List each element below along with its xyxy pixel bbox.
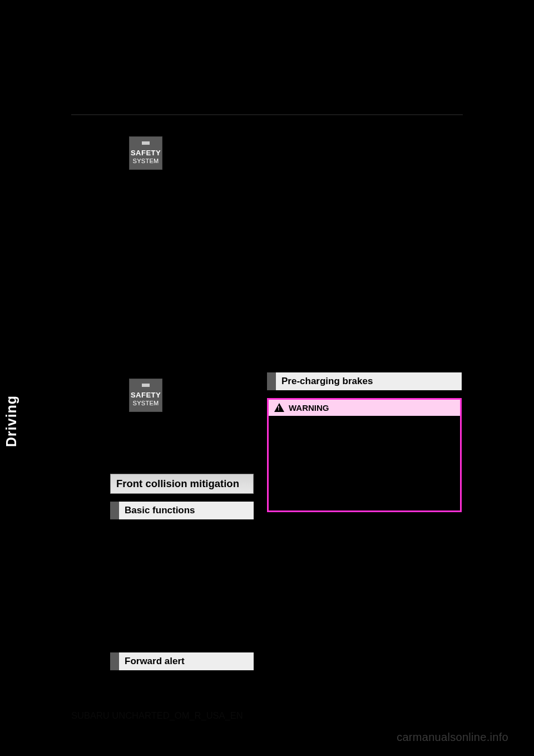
left-column: The SAFETY SYSTEM switch indicator turns…: [110, 136, 254, 756]
bullet-dot: ●: [110, 305, 116, 318]
left-block-2: The SAFETY SYSTEM switch indicator illum…: [110, 379, 254, 465]
subheader-label: Pre-charging brakes: [276, 372, 462, 390]
subheader-chip: [110, 502, 119, 519]
header-rule: [71, 114, 463, 115]
left-after-sub1: Intended to support safe driving, if the…: [110, 525, 254, 644]
bullet-text: Depending on the system operating condit…: [278, 245, 462, 364]
subheader-label: Forward alert: [119, 652, 254, 670]
warning-body: ● In certain situations, the system may …: [269, 416, 460, 510]
subheader-forward-alert: Forward alert: [110, 652, 254, 670]
right-column: If the front wheels and steering wheel o…: [267, 127, 462, 512]
bullet-dot: ●: [276, 421, 282, 502]
bullet-item: ● Depending on the system operating cond…: [267, 245, 462, 364]
bullet-dot: ●: [110, 233, 116, 246]
warning-icon: [274, 403, 284, 412]
left-block-1: The SAFETY SYSTEM switch indicator: [110, 136, 254, 170]
bullet-item: ● If the system determines that the vehi…: [110, 305, 254, 371]
icon-label-2: SYSTEM: [130, 399, 162, 408]
right-para-2: However, if the vehicle is traveling bel…: [267, 172, 462, 238]
bullet-text: If the system determines that the vehicl…: [121, 305, 254, 371]
watermark: carmanualsonline.info: [397, 731, 508, 744]
warning-label: WARNING: [289, 403, 329, 413]
section-strip: Front collision mitigation: [110, 474, 254, 494]
warning-titlebar: WARNING: [269, 400, 460, 416]
side-tab: Driving: [0, 370, 22, 472]
subheader-chip: [267, 372, 276, 390]
subheader-chip: [110, 652, 119, 670]
right-para-1: If the front wheels and steering wheel o…: [267, 127, 462, 166]
warning-box: WARNING ● In certain situations, the sys…: [267, 398, 462, 512]
manual-page: 400 6-2. Driving assist system Driving T…: [0, 0, 534, 756]
text-fragment: The: [110, 390, 129, 400]
safety-system-icon: SAFETY SYSTEM: [129, 136, 162, 170]
bullet-item: ● When the driving support system switch…: [110, 233, 254, 299]
bullet-dot: ●: [267, 245, 273, 258]
page-number: 400: [73, 89, 93, 102]
subheader-pre-charging-brakes: Pre-charging brakes: [267, 372, 462, 390]
text-fragment: The: [110, 147, 129, 158]
safety-system-icon: SAFETY SYSTEM: [129, 379, 162, 412]
bullet-text: When the driving support system switch i…: [121, 233, 254, 299]
subheader-label: Basic functions: [119, 502, 254, 519]
text-fragment: switch indicator: [165, 147, 230, 158]
warning-text: In certain situations, the system may op…: [288, 421, 452, 502]
header-title: 6-2. Driving assist system: [110, 89, 254, 102]
footer-doc-id: SUBARU UNCHARTED_OM_R_USA_EN: [71, 710, 243, 721]
icon-label-2: SYSTEM: [130, 157, 162, 165]
left-block-1b: turns off and the driving support system…: [110, 173, 254, 226]
subheader-basic-functions: Basic functions: [110, 502, 254, 519]
